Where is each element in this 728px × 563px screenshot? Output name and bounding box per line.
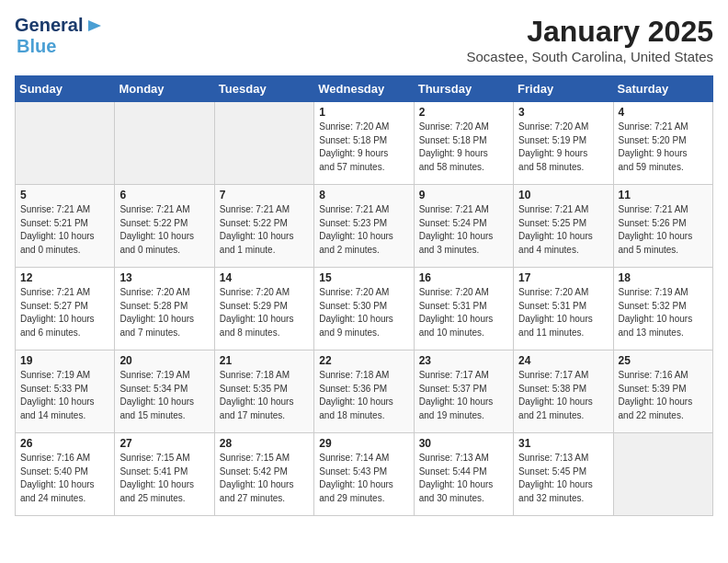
day-number: 18 bbox=[619, 271, 708, 284]
col-wednesday: Wednesday bbox=[314, 76, 414, 102]
day-info: Sunrise: 7:21 AM Sunset: 5:23 PM Dayligh… bbox=[319, 203, 408, 257]
day-number: 23 bbox=[419, 354, 508, 367]
calendar-cell: 31Sunrise: 7:13 AM Sunset: 5:45 PM Dayli… bbox=[514, 433, 613, 516]
day-info: Sunrise: 7:20 AM Sunset: 5:19 PM Dayligh… bbox=[518, 121, 608, 174]
day-number: 2 bbox=[419, 106, 508, 119]
day-info: Sunrise: 7:20 AM Sunset: 5:18 PM Dayligh… bbox=[319, 121, 408, 174]
day-number: 9 bbox=[419, 189, 508, 201]
day-info: Sunrise: 7:20 AM Sunset: 5:31 PM Dayligh… bbox=[419, 286, 508, 339]
day-info: Sunrise: 7:21 AM Sunset: 5:20 PM Dayligh… bbox=[619, 121, 708, 174]
day-number: 21 bbox=[220, 354, 309, 367]
day-info: Sunrise: 7:17 AM Sunset: 5:38 PM Dayligh… bbox=[518, 369, 608, 422]
calendar-week-2: 5Sunrise: 7:21 AM Sunset: 5:21 PM Daylig… bbox=[16, 185, 713, 268]
calendar-cell: 29Sunrise: 7:14 AM Sunset: 5:43 PM Dayli… bbox=[314, 433, 414, 516]
day-info: Sunrise: 7:21 AM Sunset: 5:22 PM Dayligh… bbox=[119, 203, 209, 257]
day-number: 28 bbox=[220, 437, 309, 450]
calendar-header: Sunday Monday Tuesday Wednesday Thursday… bbox=[16, 76, 713, 102]
day-number: 16 bbox=[419, 271, 508, 284]
day-number: 1 bbox=[319, 106, 408, 119]
day-info: Sunrise: 7:21 AM Sunset: 5:27 PM Dayligh… bbox=[20, 286, 109, 339]
calendar-week-5: 26Sunrise: 7:16 AM Sunset: 5:40 PM Dayli… bbox=[16, 433, 713, 516]
col-thursday: Thursday bbox=[414, 76, 513, 102]
calendar-cell: 11Sunrise: 7:21 AM Sunset: 5:26 PM Dayli… bbox=[613, 185, 712, 268]
calendar-cell: 7Sunrise: 7:21 AM Sunset: 5:22 PM Daylig… bbox=[214, 185, 313, 268]
calendar-week-1: 1Sunrise: 7:20 AM Sunset: 5:18 PM Daylig… bbox=[16, 102, 713, 185]
day-number: 8 bbox=[319, 189, 408, 201]
logo: General Blue bbox=[15, 15, 103, 57]
calendar-body: 1Sunrise: 7:20 AM Sunset: 5:18 PM Daylig… bbox=[16, 102, 713, 516]
day-info: Sunrise: 7:21 AM Sunset: 5:21 PM Dayligh… bbox=[20, 203, 109, 257]
calendar-cell: 9Sunrise: 7:21 AM Sunset: 5:24 PM Daylig… bbox=[414, 185, 513, 268]
calendar-cell: 23Sunrise: 7:17 AM Sunset: 5:37 PM Dayli… bbox=[414, 350, 513, 433]
day-number: 13 bbox=[119, 271, 209, 284]
calendar-cell: 27Sunrise: 7:15 AM Sunset: 5:41 PM Dayli… bbox=[115, 433, 214, 516]
logo-icon bbox=[85, 17, 103, 35]
day-number: 20 bbox=[119, 354, 209, 367]
col-saturday: Saturday bbox=[613, 76, 712, 102]
day-number: 10 bbox=[518, 189, 608, 201]
day-info: Sunrise: 7:21 AM Sunset: 5:22 PM Dayligh… bbox=[220, 203, 309, 257]
day-info: Sunrise: 7:20 AM Sunset: 5:18 PM Dayligh… bbox=[419, 121, 508, 174]
calendar-cell: 16Sunrise: 7:20 AM Sunset: 5:31 PM Dayli… bbox=[414, 268, 513, 350]
month-title: January 2025 bbox=[467, 15, 714, 49]
day-info: Sunrise: 7:21 AM Sunset: 5:25 PM Dayligh… bbox=[518, 203, 608, 257]
calendar-cell: 1Sunrise: 7:20 AM Sunset: 5:18 PM Daylig… bbox=[314, 102, 414, 185]
day-number: 6 bbox=[119, 189, 209, 201]
day-number: 29 bbox=[319, 437, 408, 450]
svg-marker-0 bbox=[88, 20, 101, 31]
day-number: 5 bbox=[20, 189, 109, 201]
calendar-cell bbox=[214, 102, 313, 185]
header-row: Sunday Monday Tuesday Wednesday Thursday… bbox=[16, 76, 713, 102]
day-info: Sunrise: 7:15 AM Sunset: 5:42 PM Dayligh… bbox=[220, 452, 309, 505]
day-number: 31 bbox=[518, 437, 608, 450]
calendar-cell: 21Sunrise: 7:18 AM Sunset: 5:35 PM Dayli… bbox=[214, 350, 313, 433]
day-info: Sunrise: 7:13 AM Sunset: 5:44 PM Dayligh… bbox=[419, 452, 508, 505]
day-info: Sunrise: 7:17 AM Sunset: 5:37 PM Dayligh… bbox=[419, 369, 508, 422]
day-info: Sunrise: 7:21 AM Sunset: 5:24 PM Dayligh… bbox=[419, 203, 508, 257]
calendar-cell: 8Sunrise: 7:21 AM Sunset: 5:23 PM Daylig… bbox=[314, 185, 414, 268]
calendar-cell: 20Sunrise: 7:19 AM Sunset: 5:34 PM Dayli… bbox=[115, 350, 214, 433]
day-number: 17 bbox=[518, 271, 608, 284]
calendar-cell: 25Sunrise: 7:16 AM Sunset: 5:39 PM Dayli… bbox=[613, 350, 712, 433]
day-number: 7 bbox=[220, 189, 309, 201]
calendar-cell: 6Sunrise: 7:21 AM Sunset: 5:22 PM Daylig… bbox=[115, 185, 214, 268]
day-info: Sunrise: 7:19 AM Sunset: 5:34 PM Dayligh… bbox=[119, 369, 209, 422]
day-info: Sunrise: 7:18 AM Sunset: 5:35 PM Dayligh… bbox=[220, 369, 309, 422]
calendar-cell: 10Sunrise: 7:21 AM Sunset: 5:25 PM Dayli… bbox=[514, 185, 613, 268]
day-info: Sunrise: 7:13 AM Sunset: 5:45 PM Dayligh… bbox=[518, 452, 608, 505]
calendar-cell: 12Sunrise: 7:21 AM Sunset: 5:27 PM Dayli… bbox=[16, 268, 115, 350]
day-number: 11 bbox=[619, 189, 708, 201]
calendar-cell: 5Sunrise: 7:21 AM Sunset: 5:21 PM Daylig… bbox=[16, 185, 115, 268]
day-info: Sunrise: 7:21 AM Sunset: 5:26 PM Dayligh… bbox=[619, 203, 708, 257]
calendar-cell: 17Sunrise: 7:20 AM Sunset: 5:31 PM Dayli… bbox=[514, 268, 613, 350]
page-header: General Blue January 2025 Socastee, Sout… bbox=[15, 15, 713, 64]
day-info: Sunrise: 7:19 AM Sunset: 5:33 PM Dayligh… bbox=[20, 369, 109, 422]
day-info: Sunrise: 7:20 AM Sunset: 5:28 PM Dayligh… bbox=[119, 286, 209, 339]
day-number: 25 bbox=[619, 354, 708, 367]
calendar-cell: 30Sunrise: 7:13 AM Sunset: 5:44 PM Dayli… bbox=[414, 433, 513, 516]
day-info: Sunrise: 7:16 AM Sunset: 5:39 PM Dayligh… bbox=[619, 369, 708, 422]
day-number: 4 bbox=[619, 106, 708, 119]
col-sunday: Sunday bbox=[16, 76, 115, 102]
day-number: 14 bbox=[220, 271, 309, 284]
col-monday: Monday bbox=[115, 76, 214, 102]
calendar-cell: 24Sunrise: 7:17 AM Sunset: 5:38 PM Dayli… bbox=[514, 350, 613, 433]
day-info: Sunrise: 7:15 AM Sunset: 5:41 PM Dayligh… bbox=[119, 452, 209, 505]
calendar-cell bbox=[115, 102, 214, 185]
day-info: Sunrise: 7:16 AM Sunset: 5:40 PM Dayligh… bbox=[20, 452, 109, 505]
calendar-cell: 14Sunrise: 7:20 AM Sunset: 5:29 PM Dayli… bbox=[214, 268, 313, 350]
calendar-cell: 28Sunrise: 7:15 AM Sunset: 5:42 PM Dayli… bbox=[214, 433, 313, 516]
location-title: Socastee, South Carolina, United States bbox=[467, 49, 714, 64]
calendar-cell: 15Sunrise: 7:20 AM Sunset: 5:30 PM Dayli… bbox=[314, 268, 414, 350]
col-friday: Friday bbox=[514, 76, 613, 102]
col-tuesday: Tuesday bbox=[214, 76, 313, 102]
day-number: 22 bbox=[319, 354, 408, 367]
day-number: 24 bbox=[518, 354, 608, 367]
calendar-week-3: 12Sunrise: 7:21 AM Sunset: 5:27 PM Dayli… bbox=[16, 268, 713, 350]
day-number: 27 bbox=[119, 437, 209, 450]
calendar-cell: 22Sunrise: 7:18 AM Sunset: 5:36 PM Dayli… bbox=[314, 350, 414, 433]
day-info: Sunrise: 7:14 AM Sunset: 5:43 PM Dayligh… bbox=[319, 452, 408, 505]
calendar-week-4: 19Sunrise: 7:19 AM Sunset: 5:33 PM Dayli… bbox=[16, 350, 713, 433]
calendar-cell bbox=[16, 102, 115, 185]
calendar-cell: 4Sunrise: 7:21 AM Sunset: 5:20 PM Daylig… bbox=[613, 102, 712, 185]
